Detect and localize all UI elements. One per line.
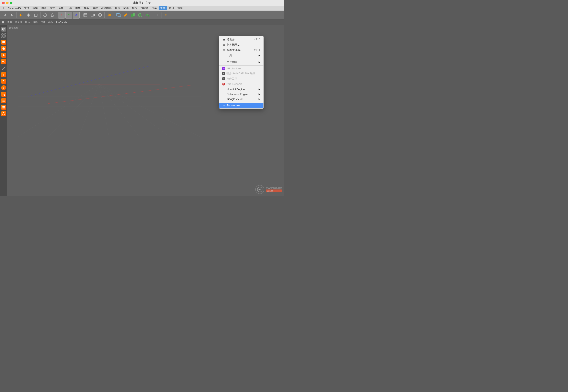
watermark-url: www.macjb.com [266,187,282,189]
select-tool-button[interactable] [18,12,25,18]
toolbar-sep-6 [114,13,114,18]
menu-item-google-zync-label: Google ZYNC [227,98,243,100]
redshift-icon: R [222,83,225,85]
archicad-icon: A [222,72,225,75]
deformer-button[interactable] [137,12,144,18]
undo-button[interactable]: ↺ [1,12,8,18]
sidebar-hook-btn[interactable] [0,91,7,97]
menu-extend[interactable]: 扩展 [159,6,167,10]
tools-icon [222,54,226,57]
lock-button[interactable] [49,12,56,18]
x-axis-button[interactable]: X [58,12,65,18]
menu-mesh[interactable]: 网格 [74,6,82,10]
menu-character[interactable]: 角色 [113,6,122,10]
sidebar-rotate-btn[interactable] [0,111,7,117]
menu-simulate[interactable]: 模拟 [130,6,139,10]
camera-button[interactable] [89,12,96,18]
minimize-button[interactable] [6,2,9,4]
prorender-menu[interactable]: ProRender [56,21,68,24]
menu-volume[interactable]: 体积 [91,6,99,10]
play-button[interactable] [97,12,103,18]
settings-button[interactable] [106,12,113,18]
object-button[interactable] [32,12,39,18]
sidebar-shape-btn[interactable] [0,39,7,45]
toolbar-sep-8 [161,13,161,18]
ae-icon: Ae [222,67,225,70]
close-button[interactable] [2,2,5,4]
svg-point-55 [259,189,260,190]
maximize-button[interactable] [10,2,13,4]
filter-menu[interactable]: 过滤 [41,21,45,24]
layers2-icon [1,105,6,110]
console-shortcut: ⇧F10 [254,38,260,41]
sidebar-layers2-btn[interactable] [0,104,7,110]
cloner-button[interactable] [144,12,151,18]
menu-item-topoformer[interactable]: ○ Topoformer [219,103,263,108]
svg-line-41 [17,84,99,137]
menu-item-record-script-label: 脚本记录... [227,43,240,47]
menu-item-houdini[interactable]: Houdini Engine ▶ [219,87,263,92]
menu-item-script-manager[interactable]: ▤ 脚本管理器... ⇧F11 [219,47,263,53]
move-button[interactable] [25,12,32,18]
menu-animate[interactable]: 动画 [122,6,130,10]
sidebar-s1-btn[interactable]: S [0,72,7,78]
sidebar-param-btn[interactable] [0,59,7,65]
transform-button[interactable] [82,12,89,18]
redo-button[interactable]: ↻ [9,12,15,18]
menu-item-google-zync[interactable]: Google ZYNC ▶ [219,97,263,101]
svg-point-28 [2,47,5,50]
sidebar-cone-btn[interactable] [0,52,7,58]
sidebar-s3-btn[interactable]: S [0,85,7,91]
apple-menu[interactable]:  [1,6,6,10]
cube-view-button[interactable] [115,12,122,18]
menu-help[interactable]: 帮助 [176,6,184,10]
hook-icon [1,92,6,97]
menu-window[interactable]: 窗口 [167,6,176,10]
menu-edit[interactable]: 编辑 [31,6,40,10]
options-menu[interactable]: 选项 [33,21,38,24]
menu-item-record-script[interactable]: ▤ 脚本记录... [219,42,263,47]
svg-rect-35 [2,107,5,108]
menu-cinema4d[interactable]: Cinema 4D [6,6,22,10]
paint-button[interactable] [122,12,129,18]
user-scripts-icon [222,60,226,64]
cone-icon [1,53,6,58]
menu-render[interactable]: 渲染 [150,6,159,10]
left-sidebar: S S S [0,25,7,196]
watermark: www.macjb.com MacJB [255,185,282,194]
panel-menu[interactable]: 面板 [48,21,53,24]
hamburger-menu[interactable]: ☰ [2,21,4,24]
menu-item-tools[interactable]: 工具 ▶ [219,53,263,58]
menu-mode[interactable]: 模式 [48,6,57,10]
menu-motion[interactable]: 运动图形 [99,6,113,10]
menu-spline[interactable]: 样条 [82,6,91,10]
menu-create[interactable]: 创建 [40,6,48,10]
view-menu[interactable]: 查看 [7,21,12,24]
camera-menu[interactable]: 摄像机 [15,21,22,24]
nurbs-button[interactable] [129,12,136,18]
menu-item-substance[interactable]: Substance Engine ▶ [219,92,263,97]
s1-icon: S [1,72,6,77]
menu-track[interactable]: 跟踪器 [139,6,150,10]
svg-marker-2 [44,13,45,14]
arrow-right-button[interactable]: → [153,12,160,18]
sidebar-layers-btn[interactable] [0,98,7,104]
menu-item-console[interactable]: ▣ 控制台 ⇧F10 [219,37,263,42]
menu-select[interactable]: 选择 [57,6,65,10]
sculpt-button[interactable]: ⊙ [162,12,169,18]
svg-rect-34 [2,106,5,107]
secondary-toolbar: ☰ 查看 摄像机 显示 选项 过滤 面板 ProRender [0,20,284,25]
sidebar-s2-btn[interactable]: S [0,78,7,84]
menu-item-user-scripts[interactable]: 用户脚本 ▶ [219,59,263,65]
sidebar-sphere-btn[interactable] [0,46,7,52]
menu-file[interactable]: 文件 [22,6,31,10]
display-menu[interactable]: 显示 [25,21,30,24]
sidebar-line-btn[interactable] [0,65,7,71]
menu-tools[interactable]: 工具 [65,6,74,10]
sidebar-snap-btn[interactable] [0,26,7,32]
refresh-button[interactable] [42,12,48,18]
sidebar-checkerboard-btn[interactable] [0,33,7,39]
z-axis-button[interactable]: Z [73,12,80,18]
y-axis-button[interactable]: Y [65,12,72,18]
object-shape-icon [1,40,6,44]
